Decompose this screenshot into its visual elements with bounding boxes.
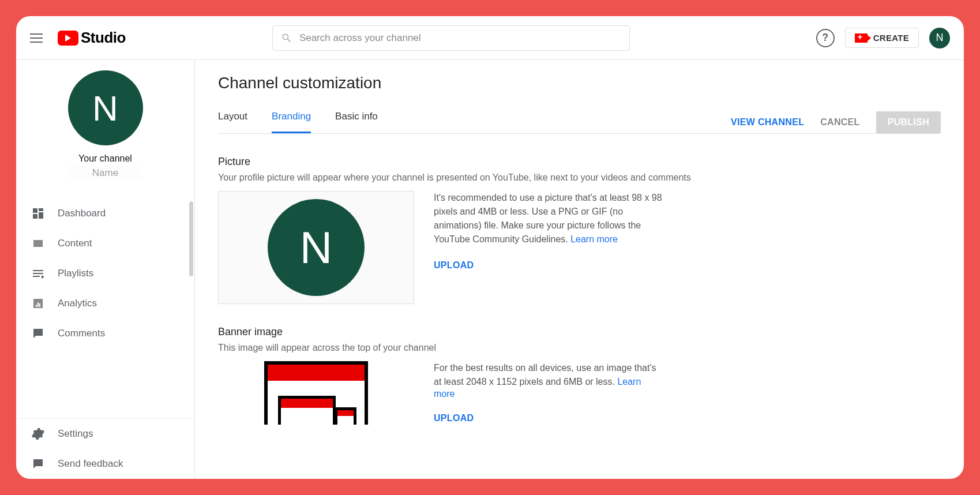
picture-info: It's recommended to use a picture that's… (434, 193, 662, 244)
sidebar-item-analytics[interactable]: Analytics (16, 288, 194, 318)
feedback-icon (31, 457, 45, 471)
sidebar-scrollbar[interactable] (189, 201, 193, 276)
channel-name: Name (69, 166, 141, 180)
section-title: Picture (218, 156, 941, 168)
main-content: Channel customization Layout Branding Ba… (195, 60, 964, 479)
sidebar: N Your channel Name Dashboard Content (16, 60, 195, 479)
tab-actions: VIEW CHANNEL CANCEL PUBLISH (731, 111, 941, 133)
search-icon (281, 32, 292, 44)
sidebar-item-label: Send feedback (58, 458, 123, 470)
page-title: Channel customization (218, 74, 941, 92)
sidebar-bottom: Settings Send feedback (16, 418, 194, 479)
sidebar-item-dashboard[interactable]: Dashboard (16, 198, 194, 228)
create-camera-icon (855, 33, 868, 43)
app-window: Studio ? CREATE N N Your channel Name (16, 16, 964, 479)
tab-basic-info[interactable]: Basic info (335, 111, 378, 133)
youtube-play-icon (58, 31, 78, 46)
sidebar-item-comments[interactable]: Comments (16, 318, 194, 348)
banner-upload-button[interactable]: UPLOAD (434, 413, 474, 423)
section-right: It's recommended to use a picture that's… (434, 191, 664, 271)
channel-your-label: Your channel (78, 153, 132, 164)
sidebar-item-playlists[interactable]: Playlists (16, 258, 194, 288)
publish-button[interactable]: PUBLISH (876, 111, 941, 133)
section-desc: This image will appear across the top of… (218, 343, 941, 353)
banner-device-large (264, 361, 368, 425)
sidebar-item-label: Analytics (58, 298, 97, 309)
studio-logo[interactable]: Studio (58, 29, 126, 47)
comments-icon (31, 327, 45, 340)
tab-row: Layout Branding Basic info VIEW CHANNEL … (218, 111, 941, 134)
section-desc: Your profile picture will appear where y… (218, 172, 941, 183)
section-title: Banner image (218, 326, 941, 338)
channel-avatar[interactable]: N (68, 70, 143, 145)
sidebar-item-label: Playlists (58, 268, 93, 279)
tabs: Layout Branding Basic info (218, 111, 378, 133)
sidebar-item-label: Comments (58, 328, 105, 339)
banner-device-small (335, 407, 356, 425)
cancel-button[interactable]: CANCEL (820, 117, 859, 127)
search-input[interactable] (299, 32, 621, 44)
gear-icon (31, 427, 45, 441)
analytics-icon (31, 297, 45, 310)
sidebar-item-label: Settings (58, 428, 93, 440)
create-label: CREATE (873, 33, 909, 43)
help-icon[interactable]: ? (816, 29, 835, 47)
sidebar-item-label: Dashboard (58, 208, 106, 219)
picture-upload-button[interactable]: UPLOAD (434, 260, 474, 271)
playlists-icon (31, 267, 45, 280)
section-banner: Banner image This image will appear acro… (218, 326, 941, 430)
sidebar-item-feedback[interactable]: Send feedback (16, 449, 194, 479)
tab-branding[interactable]: Branding (272, 111, 311, 133)
sidebar-item-content[interactable]: Content (16, 228, 194, 258)
channel-info: N Your channel Name (16, 70, 194, 180)
logo-text: Studio (81, 29, 126, 47)
sidebar-item-label: Content (58, 238, 92, 249)
nav-list: Dashboard Content Playlists (16, 198, 194, 348)
picture-avatar: N (268, 199, 365, 296)
body: N Your channel Name Dashboard Content (16, 60, 964, 479)
account-avatar[interactable]: N (929, 28, 950, 48)
topbar-right: ? CREATE N (816, 28, 950, 48)
content-icon (31, 237, 45, 250)
picture-learn-more-link[interactable]: Learn more (570, 234, 618, 244)
banner-preview (218, 361, 414, 430)
dashboard-icon (31, 207, 45, 220)
section-body: For the best results on all devices, use… (218, 361, 941, 430)
section-body: N It's recommended to use a picture that… (218, 191, 941, 304)
search-box[interactable] (272, 25, 630, 51)
topbar: Studio ? CREATE N (16, 16, 964, 60)
picture-preview: N (218, 191, 414, 304)
section-right: For the best results on all devices, use… (434, 361, 664, 423)
sidebar-item-settings[interactable]: Settings (16, 419, 194, 449)
menu-icon[interactable] (30, 31, 44, 45)
tab-layout[interactable]: Layout (218, 111, 247, 133)
banner-device-medium (278, 396, 336, 425)
view-channel-button[interactable]: VIEW CHANNEL (731, 117, 804, 127)
section-picture: Picture Your profile picture will appear… (218, 156, 941, 304)
create-button[interactable]: CREATE (845, 28, 919, 48)
